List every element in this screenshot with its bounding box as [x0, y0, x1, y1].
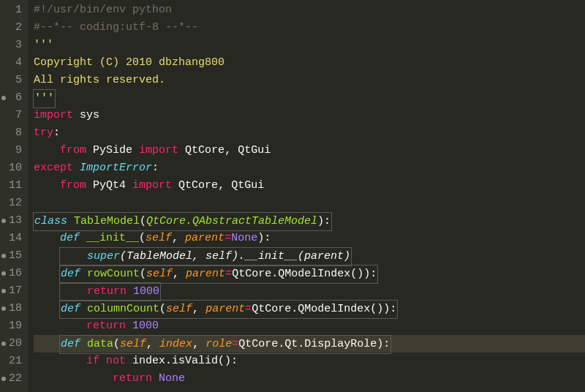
modified-dot-icon: [1, 342, 6, 346]
token: [80, 268, 87, 280]
code-area[interactable]: #!/usr/bin/env python#--*-- coding:utf-8…: [28, 0, 585, 392]
code-line[interactable]: def data(self, index, role=QtCore.Qt.Dis…: [34, 335, 585, 353]
modified-dot-icon: [1, 254, 6, 258]
code-line[interactable]: All rights reserved.: [34, 72, 585, 89]
token: ,: [192, 303, 205, 315]
token: __init__: [86, 232, 139, 244]
token: (: [159, 303, 166, 315]
line-number: 16: [3, 265, 22, 282]
token: if: [86, 355, 99, 367]
token: __init__: [245, 250, 298, 263]
code-line[interactable]: class TableModel(QtCore.QAbstractTableMo…: [34, 212, 585, 230]
line-number: 3: [3, 37, 22, 54]
token: =: [225, 268, 232, 280]
code-line[interactable]: super(TableModel, self).__init__(parent): [34, 247, 585, 265]
token: PySide: [93, 144, 132, 157]
token: [126, 355, 132, 367]
line-number: 1: [3, 1, 22, 19]
code-line[interactable]: ''': [34, 37, 585, 54]
code-line[interactable]: except ImportError:: [34, 159, 585, 177]
token: from: [60, 179, 86, 192]
token: def: [61, 303, 80, 315]
token: (: [140, 268, 146, 280]
modified-dot-icon: [1, 289, 6, 293]
code-line[interactable]: def rowCount(self, parent=QtCore.QModelI…: [34, 265, 585, 282]
line-number: 10: [3, 159, 22, 177]
token: return: [86, 320, 126, 332]
token: [34, 179, 60, 192]
token: [86, 144, 93, 157]
code-line[interactable]: return 1000: [34, 317, 585, 335]
code-line[interactable]: def columnCount(self, parent=QtCore.QMod…: [34, 300, 585, 317]
token: ,: [173, 268, 186, 280]
token: =: [224, 232, 231, 244]
line-number-gutter: 12345678910111213141516171819202122: [0, 0, 28, 392]
line-number: 20: [3, 335, 22, 353]
token: sys: [80, 109, 99, 121]
token: ):: [257, 232, 271, 244]
token: QtGui: [231, 179, 264, 192]
token: #--*-- coding:utf-8 --*--: [34, 21, 198, 34]
code-line[interactable]: try:: [34, 124, 585, 142]
line-number: 5: [3, 72, 22, 89]
code-line[interactable]: def __init__(self, parent=None):: [34, 230, 585, 247]
token: QtCore.QModelIndex()):: [252, 303, 396, 315]
token: self: [120, 338, 146, 350]
token: [178, 144, 185, 157]
code-line[interactable]: ''': [34, 89, 585, 107]
code-line[interactable]: if not index.isValid():: [34, 353, 585, 370]
selection-box: class TableModel(QtCore.QAbstractTableMo…: [33, 212, 332, 231]
token: [126, 320, 132, 332]
token: 1000: [133, 285, 159, 298]
token: def: [61, 338, 80, 350]
line-number: 7: [3, 107, 22, 124]
modified-dot-icon: [1, 377, 6, 381]
code-line[interactable]: import sys: [34, 107, 585, 124]
token: def: [60, 232, 80, 244]
token: [80, 303, 87, 315]
token: PyQt4: [93, 179, 126, 192]
token: [132, 144, 139, 157]
token: (parent): [298, 250, 350, 263]
code-line[interactable]: return None: [34, 370, 585, 388]
token: QtCore: [178, 179, 218, 192]
token: return: [87, 285, 127, 298]
code-line[interactable]: return 1000: [34, 282, 585, 300]
token: [127, 285, 133, 298]
token: ,: [192, 338, 205, 350]
token: ,: [146, 338, 159, 350]
token: ,: [172, 232, 185, 244]
line-number: 14: [3, 230, 22, 247]
code-editor[interactable]: 12345678910111213141516171819202122 #!/u…: [0, 0, 585, 392]
code-line[interactable]: [34, 195, 585, 212]
token: :: [53, 127, 60, 139]
token: [172, 179, 178, 192]
token: [73, 162, 80, 174]
token: ''': [34, 39, 53, 51]
token: columnCount: [87, 303, 159, 315]
token: [86, 179, 93, 192]
line-number: 12: [3, 195, 22, 212]
line-number: 4: [3, 54, 22, 72]
code-line[interactable]: #--*-- coding:utf-8 --*--: [34, 19, 585, 37]
code-line[interactable]: from PySide import QtCore, QtGui: [34, 142, 585, 159]
token: self: [146, 268, 173, 280]
token: =: [232, 338, 238, 350]
token: #!/usr/bin/env python: [34, 4, 172, 16]
line-number: 15: [3, 247, 22, 265]
token: Copyright (C) 2010 dbzhang800: [34, 56, 224, 69]
code-line[interactable]: Copyright (C) 2010 dbzhang800: [34, 54, 585, 72]
modified-dot-icon: [1, 271, 6, 276]
code-line[interactable]: #!/usr/bin/env python: [34, 1, 585, 19]
token: self: [146, 232, 172, 244]
code-line[interactable]: from PyQt4 import QtCore, QtGui: [34, 177, 585, 195]
token: [99, 355, 106, 367]
token: try: [34, 127, 53, 139]
token: ImportError: [80, 162, 152, 174]
token: (: [139, 232, 146, 244]
token: self: [166, 303, 192, 315]
token: 1000: [132, 320, 159, 332]
token: import: [34, 109, 73, 121]
token: ,: [218, 179, 231, 192]
selection-box: def data(self, index, role=QtCore.Qt.Dis…: [59, 335, 391, 354]
